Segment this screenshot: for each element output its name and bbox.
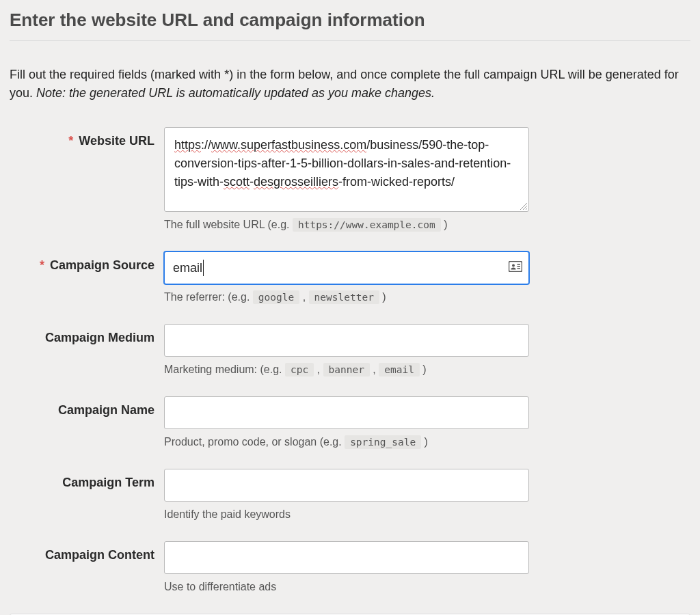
label-text: Campaign Content bbox=[45, 548, 154, 562]
row-campaign-term: Campaign Term Identify the paid keywords bbox=[10, 469, 690, 521]
campaign-term-input[interactable] bbox=[164, 469, 529, 502]
label-campaign-term: Campaign Term bbox=[10, 469, 164, 490]
website-url-input[interactable]: https://www.superfastbusiness.com/busine… bbox=[164, 127, 529, 212]
label-text: Website URL bbox=[79, 134, 154, 148]
row-campaign-medium: Campaign Medium Marketing medium: (e.g. … bbox=[10, 324, 690, 376]
helper-campaign-content: Use to differentiate ads bbox=[164, 581, 529, 593]
label-website-url: * Website URL bbox=[10, 127, 164, 148]
intro-note: Note: the generated URL is automatically… bbox=[36, 86, 435, 100]
page-title: Enter the website URL and campaign infor… bbox=[10, 10, 690, 41]
label-text: Campaign Source bbox=[50, 258, 154, 272]
label-campaign-content: Campaign Content bbox=[10, 541, 164, 562]
resize-grip-icon[interactable] bbox=[519, 202, 527, 210]
row-campaign-name: Campaign Name Product, promo code, or sl… bbox=[10, 396, 690, 448]
helper-website-url: The full website URL (e.g. https://www.e… bbox=[164, 219, 529, 231]
row-website-url: * Website URL https://www.superfastbusin… bbox=[10, 127, 690, 231]
campaign-medium-input[interactable] bbox=[164, 324, 529, 357]
campaign-name-input[interactable] bbox=[164, 396, 529, 429]
required-marker: * bbox=[68, 134, 73, 148]
label-text: Campaign Name bbox=[58, 403, 154, 417]
label-campaign-medium: Campaign Medium bbox=[10, 324, 164, 345]
helper-campaign-term: Identify the paid keywords bbox=[164, 508, 529, 521]
required-marker: * bbox=[40, 258, 44, 272]
label-text: Campaign Medium bbox=[45, 331, 154, 344]
helper-campaign-medium: Marketing medium: (e.g. cpc , banner , e… bbox=[164, 364, 529, 376]
row-campaign-source: * Campaign Source T bbox=[10, 251, 690, 303]
intro-text: Fill out the required fields (marked wit… bbox=[10, 66, 690, 102]
label-campaign-source: * Campaign Source bbox=[10, 251, 164, 273]
campaign-source-input[interactable] bbox=[164, 251, 529, 284]
campaign-content-input[interactable] bbox=[164, 541, 529, 574]
label-campaign-name: Campaign Name bbox=[10, 396, 164, 418]
campaign-form: * Website URL https://www.superfastbusin… bbox=[10, 127, 690, 593]
helper-campaign-name: Product, promo code, or slogan (e.g. spr… bbox=[164, 436, 529, 448]
row-campaign-content: Campaign Content Use to differentiate ad… bbox=[10, 541, 690, 593]
label-text: Campaign Term bbox=[62, 476, 154, 489]
helper-campaign-source: The referrer: (e.g. google , newsletter … bbox=[164, 291, 529, 303]
